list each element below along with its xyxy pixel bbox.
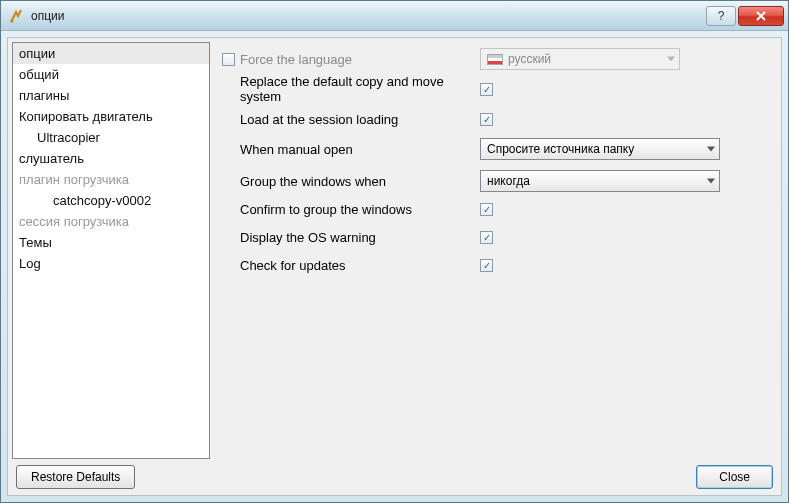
sidebar: опцииобщийплагиныКопировать двигательUlt… xyxy=(12,42,210,459)
window-title: опции xyxy=(31,9,704,23)
row-group-windows-when: Group the windows when никогда xyxy=(222,168,767,194)
svg-point-0 xyxy=(11,19,14,22)
load-session-label: Load at the session loading xyxy=(240,112,480,127)
flag-icon xyxy=(487,54,503,65)
sidebar-item[interactable]: Копировать двигатель xyxy=(13,106,209,127)
window-close-button[interactable] xyxy=(738,6,784,26)
row-manual-open: When manual open Спросите источника папк… xyxy=(222,136,767,162)
group-windows-select[interactable]: никогда xyxy=(480,170,720,192)
force-language-checkbox[interactable] xyxy=(222,53,235,66)
row-replace-copy: Replace the default copy and move system… xyxy=(222,74,767,104)
titlebar: опции ? xyxy=(1,1,788,31)
row-confirm-group: Confirm to group the windows ✓ xyxy=(222,196,767,222)
load-session-checkbox[interactable]: ✓ xyxy=(480,113,493,126)
close-button[interactable]: Close xyxy=(696,465,773,489)
row-force-language: Force the language русский xyxy=(222,46,767,72)
sidebar-item[interactable]: опции xyxy=(13,43,209,64)
sidebar-item[interactable]: слушатель xyxy=(13,148,209,169)
window-buttons: ? xyxy=(704,6,784,26)
chevron-down-icon xyxy=(707,179,715,184)
help-button[interactable]: ? xyxy=(706,6,736,26)
manual-open-label: When manual open xyxy=(240,142,480,157)
confirm-group-label: Confirm to group the windows xyxy=(240,202,480,217)
sidebar-item[interactable]: общий xyxy=(13,64,209,85)
bottom-bar: Restore Defaults Close xyxy=(8,459,781,495)
manual-open-value: Спросите источника папку xyxy=(487,142,634,156)
check-updates-checkbox[interactable]: ✓ xyxy=(480,259,493,272)
sidebar-item[interactable]: Log xyxy=(13,253,209,274)
replace-copy-label: Replace the default copy and move system xyxy=(240,74,480,104)
restore-defaults-button[interactable]: Restore Defaults xyxy=(16,465,135,489)
os-warning-label: Display the OS warning xyxy=(240,230,480,245)
os-warning-checkbox[interactable]: ✓ xyxy=(480,231,493,244)
options-window: опции ? опцииобщийплагиныКопировать двиг… xyxy=(0,0,789,503)
chevron-down-icon xyxy=(667,57,675,62)
replace-copy-checkbox[interactable]: ✓ xyxy=(480,83,493,96)
group-windows-value: никогда xyxy=(487,174,530,188)
sidebar-item[interactable]: Ultracopier xyxy=(13,127,209,148)
check-updates-label: Check for updates xyxy=(240,258,480,273)
language-select[interactable]: русский xyxy=(480,48,680,70)
settings-panel: Force the language русский Replace the d… xyxy=(212,38,781,459)
row-load-session: Load at the session loading ✓ xyxy=(222,106,767,132)
client-area: опцииобщийплагиныКопировать двигательUlt… xyxy=(7,37,782,496)
language-select-value: русский xyxy=(508,52,551,66)
chevron-down-icon xyxy=(707,147,715,152)
app-icon xyxy=(9,8,25,24)
sidebar-item: сессия погрузчика xyxy=(13,211,209,232)
row-check-updates: Check for updates ✓ xyxy=(222,252,767,278)
manual-open-select[interactable]: Спросите источника папку xyxy=(480,138,720,160)
row-os-warning: Display the OS warning ✓ xyxy=(222,224,767,250)
group-windows-label: Group the windows when xyxy=(240,174,480,189)
confirm-group-checkbox[interactable]: ✓ xyxy=(480,203,493,216)
sidebar-item[interactable]: catchcopy-v0002 xyxy=(13,190,209,211)
sidebar-item: плагин погрузчика xyxy=(13,169,209,190)
sidebar-item[interactable]: плагины xyxy=(13,85,209,106)
main-area: опцииобщийплагиныКопировать двигательUlt… xyxy=(8,38,781,459)
force-language-label: Force the language xyxy=(240,52,480,67)
sidebar-item[interactable]: Темы xyxy=(13,232,209,253)
